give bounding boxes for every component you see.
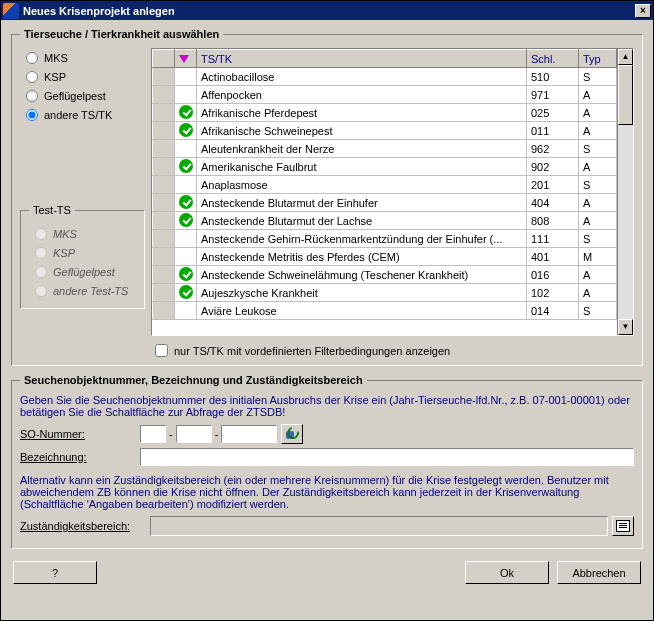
so-group: Seuchenobjektnummer, Bezeichnung und Zus…	[11, 374, 643, 549]
help-button[interactable]: ?	[13, 561, 97, 584]
col-tstk[interactable]: TS/TK	[197, 50, 527, 68]
so-disease-input[interactable]	[176, 425, 212, 443]
scroll-down-icon[interactable]: ▼	[618, 319, 633, 335]
radio-ksp[interactable]	[26, 71, 38, 83]
title-bar: Neues Krisenprojekt anlegen ×	[1, 1, 653, 20]
row-header-cell[interactable]	[153, 212, 175, 230]
scroll-thumb[interactable]	[618, 65, 633, 125]
filter-predefined-checkbox[interactable]	[155, 344, 168, 357]
app-icon	[3, 3, 19, 19]
so-year-input[interactable]	[140, 425, 166, 443]
radio-test-ksp-label: KSP	[53, 247, 75, 259]
schl-cell: 902	[527, 158, 579, 176]
radio-test-gefluegelpest-label: Geflügelpest	[53, 266, 115, 278]
schl-cell: 808	[527, 212, 579, 230]
radio-test-ksp[interactable]	[35, 247, 47, 259]
radio-mks[interactable]	[26, 52, 38, 64]
radio-mks-label: MKS	[44, 52, 68, 64]
table-row[interactable]: Aleutenkrankheit der Nerze962S	[153, 140, 617, 158]
table-row[interactable]: Ansteckende Gehirn-Rückenmarkentzündung …	[153, 230, 617, 248]
row-header-cell[interactable]	[153, 86, 175, 104]
test-ts-group: Test-TS MKS KSP Geflügelpest	[20, 204, 145, 309]
table-row[interactable]: Afrikanische Pferdepest025A	[153, 104, 617, 122]
typ-cell: A	[579, 122, 617, 140]
schl-cell: 111	[527, 230, 579, 248]
typ-cell: A	[579, 104, 617, 122]
disease-name-cell: Aviäre Leukose	[197, 302, 527, 320]
table-scrollbar[interactable]: ▲ ▼	[617, 49, 633, 335]
disease-table[interactable]: TS/TK Schl. Typ Actinobacillose510SAffen…	[151, 48, 634, 336]
radio-gefluegelpest[interactable]	[26, 90, 38, 102]
ok-button[interactable]: Ok	[465, 561, 549, 584]
table-row[interactable]: Ansteckende Blutarmut der Einhufer404A	[153, 194, 617, 212]
table-row[interactable]: Afrikanische Schweinepest011A	[153, 122, 617, 140]
row-check-cell	[175, 104, 197, 122]
col-row-selector[interactable]	[153, 50, 175, 68]
typ-cell: A	[579, 86, 617, 104]
table-row[interactable]: Ansteckende Metritis des Pferdes (CEM)40…	[153, 248, 617, 266]
row-header-cell[interactable]	[153, 122, 175, 140]
table-row[interactable]: Affenpocken971A	[153, 86, 617, 104]
radio-andere[interactable]	[26, 109, 38, 121]
row-header-cell[interactable]	[153, 230, 175, 248]
row-header-cell[interactable]	[153, 248, 175, 266]
row-header-cell[interactable]	[153, 302, 175, 320]
radio-test-mks[interactable]	[35, 228, 47, 240]
row-header-cell[interactable]	[153, 284, 175, 302]
schl-cell: 025	[527, 104, 579, 122]
close-icon[interactable]: ×	[635, 4, 651, 18]
radio-ksp-label: KSP	[44, 71, 66, 83]
disease-name-cell: Ansteckende Metritis des Pferdes (CEM)	[197, 248, 527, 266]
row-header-cell[interactable]	[153, 158, 175, 176]
radio-test-andere[interactable]	[35, 285, 47, 297]
so-nummer-label: SO-Nummer:	[20, 428, 140, 440]
table-row[interactable]: Anaplasmose201S	[153, 176, 617, 194]
cancel-button[interactable]: Abbrechen	[557, 561, 641, 584]
table-row[interactable]: Ansteckende Schweinelähmung (Teschener K…	[153, 266, 617, 284]
scroll-track[interactable]	[618, 65, 633, 319]
row-check-cell	[175, 86, 197, 104]
row-header-cell[interactable]	[153, 140, 175, 158]
table-row[interactable]: Ansteckende Blutarmut der Lachse808A	[153, 212, 617, 230]
col-typ[interactable]: Typ	[579, 50, 617, 68]
typ-cell: M	[579, 248, 617, 266]
col-sort-indicator[interactable]	[175, 50, 197, 68]
disease-name-cell: Affenpocken	[197, 86, 527, 104]
table-row[interactable]: Aujeszkysche Krankheit102A	[153, 284, 617, 302]
zb-edit-button[interactable]	[612, 516, 634, 536]
radio-andere-label: andere TS/TK	[44, 109, 112, 121]
row-header-cell[interactable]	[153, 68, 175, 86]
row-header-cell[interactable]	[153, 176, 175, 194]
row-header-cell[interactable]	[153, 104, 175, 122]
row-header-cell[interactable]	[153, 266, 175, 284]
col-schl[interactable]: Schl.	[527, 50, 579, 68]
table-row[interactable]: Aviäre Leukose014S	[153, 302, 617, 320]
filter-predefined-label: nur TS/TK mit vordefinierten Filterbedin…	[174, 345, 450, 357]
row-check-cell	[175, 158, 197, 176]
typ-cell: A	[579, 212, 617, 230]
row-check-cell	[175, 176, 197, 194]
table-row[interactable]: Actinobacillose510S	[153, 68, 617, 86]
radio-test-gefluegelpest[interactable]	[35, 266, 47, 278]
typ-cell: S	[579, 140, 617, 158]
row-check-cell	[175, 122, 197, 140]
row-check-cell	[175, 140, 197, 158]
disease-name-cell: Afrikanische Schweinepest	[197, 122, 527, 140]
ztsdb-query-button[interactable]	[281, 424, 303, 444]
row-check-cell	[175, 302, 197, 320]
so-seq-input[interactable]	[221, 425, 277, 443]
checkmark-icon	[179, 213, 193, 227]
checkmark-icon	[179, 195, 193, 209]
radio-gefluegelpest-label: Geflügelpest	[44, 90, 106, 102]
typ-cell: A	[579, 266, 617, 284]
typ-cell: S	[579, 176, 617, 194]
zb-display	[150, 516, 608, 536]
row-header-cell[interactable]	[153, 194, 175, 212]
scroll-up-icon[interactable]: ▲	[618, 49, 633, 65]
database-icon	[285, 427, 299, 441]
table-row[interactable]: Amerikanische Faulbrut902A	[153, 158, 617, 176]
radio-test-andere-label: andere Test-TS	[53, 285, 128, 297]
row-check-cell	[175, 194, 197, 212]
bezeichnung-input[interactable]	[140, 448, 634, 466]
row-check-cell	[175, 230, 197, 248]
